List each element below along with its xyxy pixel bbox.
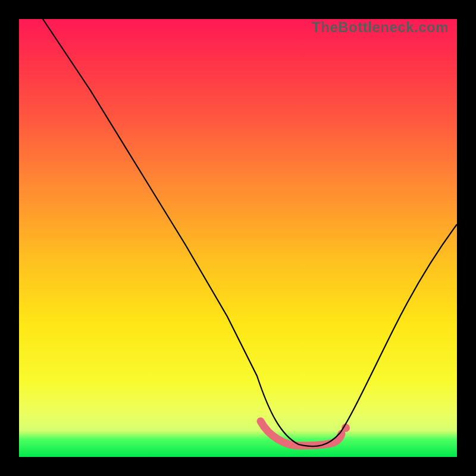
curve-layer	[19, 19, 457, 457]
plot-area: TheBottleneck.com	[19, 19, 457, 457]
bottleneck-curve	[43, 19, 457, 446]
chart-container: TheBottleneck.com	[0, 0, 476, 476]
